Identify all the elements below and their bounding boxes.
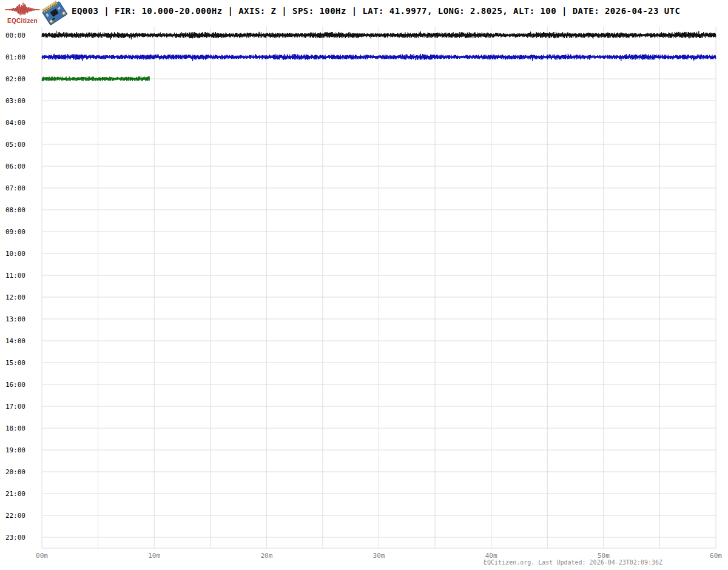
helicorder-plot: 00:0001:0002:0003:0004:0005:0006:0007:00… [0,0,728,570]
hour-tick-label: 04:00 [5,119,25,127]
hour-tick-label: 08:00 [5,206,25,214]
hour-tick-label: 05:00 [5,141,25,149]
hour-tick-label: 00:00 [5,32,25,39]
minute-tick-label: 10m [148,552,160,560]
hour-tick-label: 11:00 [5,272,25,280]
hour-tick-label: 02:00 [5,75,25,83]
minute-tick-label: 20m [260,552,272,560]
hour-tick-label: 20:00 [5,468,25,476]
hour-tick-label: 18:00 [5,424,25,432]
hour-tick-label: 07:00 [5,184,25,192]
hour-tick-label: 13:00 [5,315,25,323]
minute-tick-label: 60m [710,552,722,560]
hour-tick-label: 01:00 [5,53,25,61]
hour-tick-label: 06:00 [5,163,25,170]
hour-tick-label: 23:00 [5,534,25,542]
minute-tick-label: 30m [373,552,385,560]
hour-tick-label: 15:00 [5,359,25,367]
hour-tick-label: 16:00 [5,381,25,389]
hour-tick-label: 21:00 [5,490,25,498]
hour-tick-label: 10:00 [5,250,25,258]
hour-tick-label: 12:00 [5,293,25,301]
trace-02:00 [42,76,150,81]
hour-tick-label: 22:00 [5,512,25,520]
hour-tick-label: 03:00 [5,97,25,105]
hour-tick-label: 17:00 [5,403,25,411]
footer-text: EQCitizen.org. Last Updated: 2026-04-23T… [484,559,662,566]
hour-tick-label: 19:00 [5,446,25,454]
hour-tick-label: 09:00 [5,228,25,236]
minute-tick-label: 00m [36,552,48,560]
hour-tick-label: 14:00 [5,337,25,345]
